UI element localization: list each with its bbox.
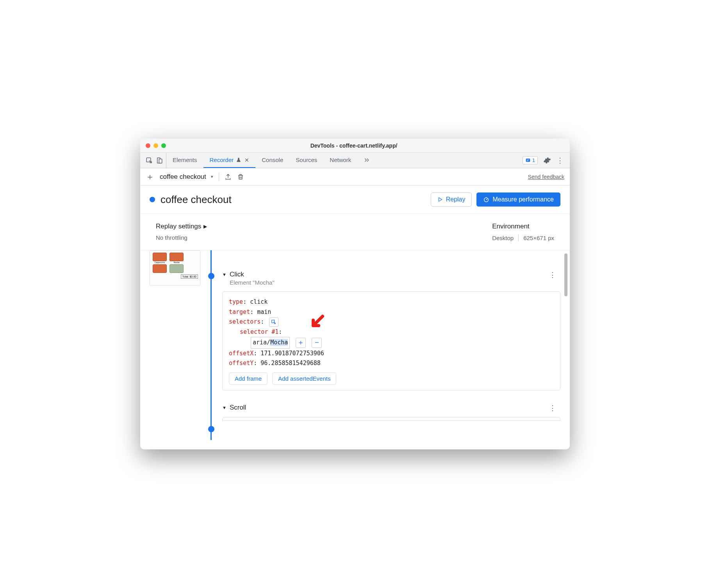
step-menu-button[interactable]: ⋮ <box>549 404 557 412</box>
add-frame-button[interactable]: Add frame <box>229 372 268 385</box>
step-header[interactable]: ▼ Click Element "Mocha" <box>222 250 560 286</box>
more-tabs-button[interactable] <box>357 153 376 168</box>
viewport-dimensions: 625×671 px <box>523 235 554 241</box>
tab-elements[interactable]: Elements <box>166 153 203 168</box>
recording-title: coffee checkout <box>161 194 431 206</box>
new-recording-button[interactable]: ＋ <box>146 171 154 183</box>
scrollbar[interactable] <box>564 253 568 446</box>
status-dot <box>150 197 155 202</box>
disclosure-triangle-icon: ▼ <box>222 272 227 277</box>
svg-rect-3 <box>526 159 530 162</box>
step-title: Click <box>230 271 275 278</box>
settings-gear-icon[interactable] <box>543 157 551 164</box>
window-title: DevTools - coffee-cart.netlify.app/ <box>143 143 564 149</box>
step-dot <box>208 426 214 432</box>
step-header[interactable]: ▼ Scroll <box>222 402 560 412</box>
tab-recorder[interactable]: Recorder ✕ <box>203 153 256 168</box>
inspect-element-icon[interactable] <box>146 157 153 164</box>
step-dot <box>208 273 214 279</box>
svg-point-4 <box>484 198 489 202</box>
chevron-down-icon: ▾ <box>211 174 213 179</box>
inspect-toggle-area <box>143 153 166 168</box>
devtools-window: DevTools - coffee-cart.netlify.app/ Elem… <box>140 139 570 449</box>
tab-console[interactable]: Console <box>255 153 289 168</box>
recording-selector[interactable]: coffee checkout ▾ <box>160 173 213 181</box>
panel-tabs: Elements Recorder ✕ Console Sources Netw… <box>166 153 519 168</box>
devtools-tabbar: Elements Recorder ✕ Console Sources Netw… <box>140 153 570 168</box>
selector-value-input[interactable]: aria/Mocha <box>251 337 290 349</box>
step-title: Scroll <box>230 404 246 412</box>
svg-rect-2 <box>159 159 162 163</box>
tab-sources[interactable]: Sources <box>289 153 323 168</box>
step-menu-button[interactable]: ⋮ <box>549 271 557 279</box>
divider <box>518 234 519 241</box>
add-asserted-events-button[interactable]: Add assertedEvents <box>272 372 336 385</box>
remove-selector-button[interactable]: − <box>312 338 322 348</box>
replay-settings-toggle[interactable]: Replay settings ▶ <box>156 223 492 230</box>
add-selector-button[interactable]: ＋ <box>296 338 306 348</box>
delete-icon[interactable] <box>237 173 244 180</box>
measure-performance-button[interactable]: Measure performance <box>476 192 560 207</box>
step-scroll: ⋮ ▼ Scroll <box>222 402 560 421</box>
tabbar-actions: 1 ⋮ <box>519 156 567 165</box>
thumbnail-total: Total: $0.00 <box>181 274 198 279</box>
step-details-card: type: click target: main selectors: sele… <box>222 291 560 390</box>
throttling-value: No throttling <box>156 234 492 241</box>
recorder-toolbar: ＋ coffee checkout ▾ Send feedback <box>140 168 570 185</box>
issues-badge[interactable]: 1 <box>523 156 538 164</box>
flask-icon <box>236 157 241 163</box>
close-tab-icon[interactable]: ✕ <box>244 157 249 163</box>
titlebar: DevTools - coffee-cart.netlify.app/ <box>140 139 570 153</box>
scrollbar-thumb[interactable] <box>564 253 567 296</box>
timeline-line <box>207 250 215 440</box>
settings-row: Replay settings ▶ No throttling Environm… <box>140 214 570 250</box>
step-click: ⋮ ▼ Click Element "Mocha" type: click ta… <box>222 250 560 390</box>
timeline-panel: Cappuccino Mocha Total: $0.00 <box>140 250 570 449</box>
export-icon[interactable] <box>225 173 232 180</box>
replay-button[interactable]: Replay <box>431 192 472 207</box>
step-subtitle: Element "Mocha" <box>230 279 275 286</box>
disclosure-triangle-icon: ▼ <box>222 405 227 410</box>
chevron-right-icon: ▶ <box>203 224 207 229</box>
send-feedback-link[interactable]: Send feedback <box>528 174 564 180</box>
recording-header: coffee checkout Replay Measure performan… <box>140 185 570 214</box>
step-details-card <box>222 417 560 421</box>
tab-network[interactable]: Network <box>323 153 357 168</box>
device-toggle-icon[interactable] <box>156 157 163 164</box>
step-thumbnail: Cappuccino Mocha Total: $0.00 <box>150 250 200 285</box>
element-picker-button[interactable] <box>269 317 278 327</box>
device-value: Desktop <box>492 235 514 241</box>
kebab-menu-icon[interactable]: ⋮ <box>557 156 564 165</box>
environment-label: Environment <box>492 223 554 230</box>
divider <box>219 173 219 181</box>
